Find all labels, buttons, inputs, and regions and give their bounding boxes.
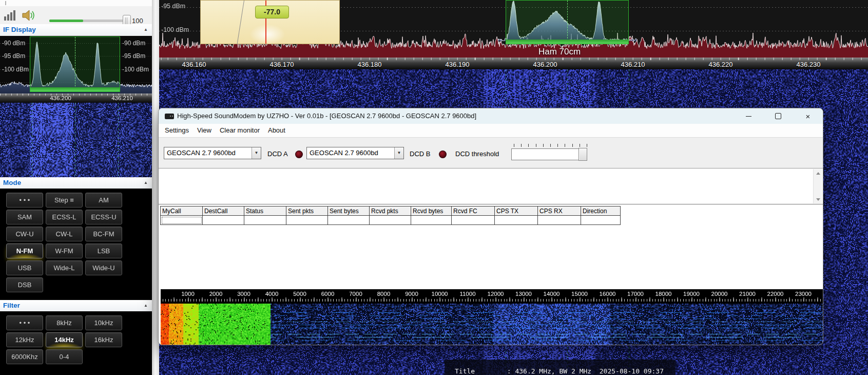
- table-header-rcvd-bytes: Rcvd bytes: [411, 207, 452, 216]
- mode-button-btn[interactable]: • • •: [6, 193, 43, 208]
- mode-button-wide-u[interactable]: Wide-U: [85, 260, 122, 275]
- table-cell-destcall[interactable]: [203, 216, 244, 225]
- filter-button-btn[interactable]: • • •: [6, 315, 43, 330]
- filter-button-14khz[interactable]: 14kHz: [46, 332, 83, 347]
- mode-button-cw-u[interactable]: CW-U: [6, 227, 43, 241]
- tuning-selection-box[interactable]: [506, 0, 629, 44]
- if-tuning-bottom-bar: [30, 87, 120, 91]
- table-cell-rcvd-pkts[interactable]: [370, 216, 411, 225]
- if-db-label-left: -95 dBm: [2, 52, 25, 60]
- scale-label-5000: 5000: [288, 291, 311, 297]
- collapse-arrow-icon[interactable]: ▲: [144, 180, 148, 185]
- menu-item-about[interactable]: About: [264, 124, 290, 137]
- maximize-icon: [775, 113, 781, 119]
- main-freq-label: 436.170: [261, 61, 302, 68]
- table-cell-status[interactable]: [244, 216, 286, 225]
- mode-button-n-fm[interactable]: N-FM: [6, 243, 43, 258]
- soundmodem-menubar: SettingsViewClear monitorAbout: [159, 124, 823, 137]
- collapse-arrow-icon[interactable]: ▲: [144, 303, 148, 308]
- dcd-threshold-thumb[interactable]: [578, 148, 587, 161]
- dropdown-arrow-icon[interactable]: ▼: [394, 147, 403, 159]
- table-cell-rcvd-bytes[interactable]: [411, 216, 452, 225]
- dcd-threshold-slider[interactable]: [511, 148, 587, 160]
- monitor-scrollbar[interactable]: [813, 169, 822, 203]
- filter-button-16khz[interactable]: 16kHz: [85, 332, 122, 347]
- scale-label-1000: 1000: [177, 291, 199, 297]
- if-frequency-scale: 436.200436.210: [0, 93, 152, 103]
- filter-header[interactable]: Filter ▲: [0, 300, 152, 312]
- if-spectrum-display[interactable]: -90 dBm-95 dBm-100 dBm -90 dBm-95 dBm-10…: [0, 36, 152, 93]
- maximize-button[interactable]: [763, 108, 793, 124]
- left-panel-top-strip: [0, 0, 152, 6]
- scale-label-10000: 10000: [429, 291, 451, 297]
- modem-a-select[interactable]: GEOSCAN 2.7 9600bd ▼: [164, 147, 261, 159]
- filter-button-8khz[interactable]: 8kHz: [46, 315, 83, 330]
- mode-button-ecss-l[interactable]: ECSS-L: [46, 210, 83, 224]
- soundmodem-titlebar[interactable]: High-Speed SoundModem by UZ7HO - Ver 0.0…: [159, 108, 823, 124]
- tuning-centerline: [567, 1, 568, 44]
- filter-button-10khz[interactable]: 10kHz: [85, 315, 122, 330]
- equalizer-icon[interactable]: [4, 10, 17, 21]
- menu-item-view[interactable]: View: [193, 124, 216, 137]
- scale-label-23000: 23000: [792, 291, 815, 297]
- mode-button-sam[interactable]: SAM: [6, 210, 43, 224]
- tuning-bottom-bar: [506, 40, 628, 44]
- waterfall-footer-box: Title : 436.2 MHz, BW 2 MHz 2025-08-10 0…: [445, 360, 676, 375]
- scale-label-18000: 18000: [652, 291, 675, 297]
- mode-button-step[interactable]: Step ≡: [46, 193, 83, 208]
- filter-title: Filter: [3, 302, 20, 309]
- close-icon: ×: [806, 113, 811, 120]
- scale-label-14000: 14000: [541, 291, 563, 297]
- dcd-b-label: DCD B: [410, 150, 430, 158]
- soundmodem-toolbar: GEOSCAN 2.7 9600bd ▼ DCD A GEOSCAN 2.7 9…: [159, 137, 823, 168]
- filter-button-0-4[interactable]: 0-4: [46, 349, 83, 364]
- mode-button-w-fm[interactable]: W-FM: [46, 243, 83, 258]
- mode-button-lsb[interactable]: LSB: [85, 243, 122, 258]
- main-freq-label: 436.180: [349, 61, 390, 68]
- menu-item-settings[interactable]: Settings: [161, 124, 193, 137]
- monitor-area[interactable]: [159, 168, 823, 204]
- window-title: High-Speed SoundModem by UZ7HO - Ver 0.0…: [177, 108, 476, 124]
- mode-header[interactable]: Mode ▲: [0, 177, 152, 189]
- mode-button-bc-fm[interactable]: BC-FM: [85, 227, 122, 241]
- collapse-arrow-icon[interactable]: ▲: [144, 27, 148, 32]
- scale-label-16000: 16000: [596, 291, 619, 297]
- main-frequency-scale: 436.160436.170436.180436.190436.200436.2…: [159, 58, 868, 69]
- table-cell-sent-bytes[interactable]: [328, 216, 370, 225]
- mode-button-wide-l[interactable]: Wide-L: [46, 260, 83, 275]
- table-cell-rcvd-fc[interactable]: [452, 216, 495, 225]
- mode-button-grid: • • •Step ≡AMSAMECSS-LECSS-UCW-UCW-LBC-F…: [0, 189, 152, 300]
- filter-button-6000khz[interactable]: 6000Khz: [6, 349, 43, 364]
- main-freq-label: 436.230: [788, 61, 829, 68]
- filter-button-grid: • • •8kHz10kHz12kHz14kHz16kHz6000Khz0-4: [0, 311, 152, 375]
- modem-b-select[interactable]: GEOSCAN 2.7 9600bd ▼: [306, 147, 404, 159]
- mode-button-ecss-u[interactable]: ECSS-U: [85, 210, 122, 224]
- if-display-header[interactable]: IF Display ▲: [0, 24, 152, 36]
- if-tuning-selection[interactable]: [30, 36, 120, 92]
- filter-button-12khz[interactable]: 12kHz: [6, 332, 43, 347]
- spectrum-db-label-95: -95 dBm: [161, 3, 185, 10]
- if-waterfall[interactable]: [0, 103, 152, 177]
- speaker-icon[interactable]: [22, 9, 36, 22]
- scale-label-2000: 2000: [205, 291, 227, 297]
- table-cell-cps-rx[interactable]: [538, 216, 581, 225]
- mode-button-usb[interactable]: USB: [6, 260, 43, 275]
- table-cell-cps-tx[interactable]: [495, 216, 538, 225]
- mode-button-am[interactable]: AM: [85, 193, 122, 208]
- table-cell-direction[interactable]: [581, 216, 621, 225]
- mode-button-dsb[interactable]: DSB: [6, 277, 43, 292]
- gauge-glow: [249, 24, 285, 45]
- close-button[interactable]: ×: [793, 108, 823, 124]
- table-cell-sent-pkts[interactable]: [286, 216, 328, 225]
- table-header-cps-tx: CPS TX: [495, 207, 538, 216]
- dropdown-arrow-icon[interactable]: ▼: [252, 147, 261, 159]
- mode-button-cw-l[interactable]: CW-L: [46, 227, 83, 241]
- minimize-button[interactable]: [734, 108, 763, 124]
- scroll-up-button[interactable]: [814, 169, 822, 177]
- soundmodem-waterfall[interactable]: [161, 304, 823, 345]
- menu-item-clear-monitor[interactable]: Clear monitor: [216, 124, 264, 137]
- scroll-down-button[interactable]: [814, 195, 822, 203]
- minimize-icon: [746, 116, 751, 117]
- scale-label-20000: 20000: [708, 291, 731, 297]
- table-cell-mycall[interactable]: [161, 216, 203, 225]
